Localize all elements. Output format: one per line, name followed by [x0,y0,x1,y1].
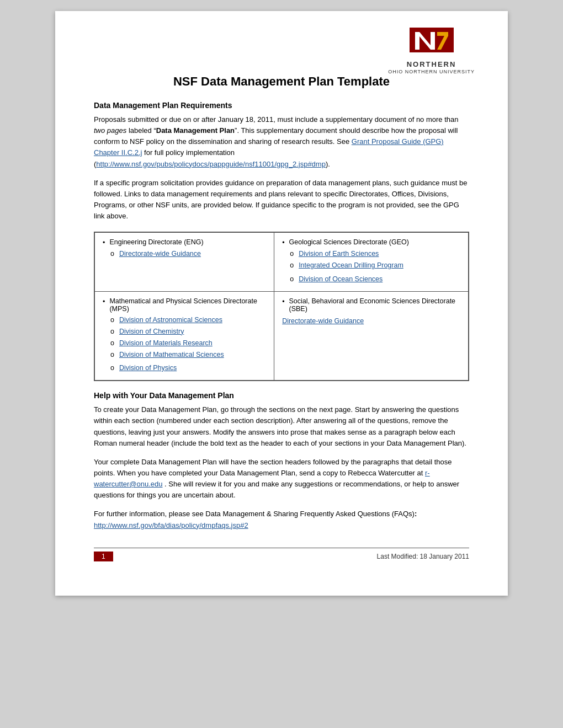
bold-dmp: Data Management Plan [156,126,235,135]
geo-subitem-1: Division of Earth Sciences [290,249,460,259]
last-modified: Last Modified: 18 January 2011 [377,553,469,560]
page-title: NSF Data Management Plan Template [94,74,469,89]
section1-heading: Data Management Plan Requirements [94,101,469,110]
mps-chem: Division of Chemistry [110,326,266,336]
physics-link[interactable]: Division of Physics [119,364,177,372]
logo-ohio-text: OHIO NORTHERN UNIVERSITY [388,69,475,74]
geo-subitem-2: Integrated Ocean Drilling Program [290,260,460,270]
geo-label: Geological Sciences Directorate (GEO) [289,238,409,246]
materials-research-link[interactable]: Division of Materials Research [119,339,213,347]
math-sciences-link[interactable]: Division of Mathematical Sciences [119,351,224,358]
section2-para3: For further information, please see Data… [94,508,469,531]
gpg-link[interactable]: Grant Proposal Guide (GPG) Chapter II.C.… [94,137,444,157]
faqs-colon: : [415,510,417,518]
bullet-geo: • [282,239,284,247]
page-number: 1 [94,552,113,561]
mps-math: Division of Mathematical Sciences [110,350,266,360]
bullet-sbe: • [282,298,284,306]
eng-guidance-link[interactable]: Directorate-wide Guidance [119,250,201,258]
mps-astro: Division of Astronomical Sciences [110,315,266,325]
chemistry-link[interactable]: Division of Chemistry [119,328,184,335]
mps-materials: Division of Materials Research [110,338,266,348]
sbe-label: Social, Behavioral and Economic Sciences… [289,297,460,313]
iodp-link[interactable]: Integrated Ocean Drilling Program [299,261,403,269]
section2-para2: Your complete Data Management Plan will … [94,457,469,501]
section2-para1: To create your Data Management Plan, go … [94,404,469,449]
astro-sciences-link[interactable]: Division of Astronomical Sciences [119,316,222,324]
sbe-guidance-link[interactable]: Directorate-wide Guidance [282,317,364,325]
faqs-link[interactable]: http://www.nsf.gov/bfa/dias/policy/dmpfa… [94,521,248,529]
email-link[interactable]: r-watercutter@onu.edu [94,469,430,488]
footer: 1 Last Modified: 18 January 2011 [94,548,469,561]
page-container: NORTHERN OHIO NORTHERN UNIVERSITY NSF Da… [55,11,508,596]
directorates-table: • Engineering Directorate (ENG) Director… [94,232,469,381]
bullet-mps: • [103,298,105,306]
nsf-policy-link[interactable]: http://www.nsf.gov/pubs/policydocs/pappg… [96,160,326,168]
cell-sbe: • Social, Behavioral and Economic Scienc… [274,291,469,381]
cell-geo: • Geological Sciences Directorate (GEO) … [274,233,469,291]
earth-sciences-link[interactable]: Division of Earth Sciences [299,250,379,258]
mps-label: Mathematical and Physical Sciences Direc… [109,297,266,313]
cell-eng: • Engineering Directorate (ENG) Director… [95,233,274,291]
italic-two-pages: two pages [94,126,126,135]
section1-para1: Proposals submitted or due on or after J… [94,114,469,170]
eng-subitem-1: Directorate-wide Guidance [110,249,266,259]
geo-subitem-3: Division of Ocean Sciences [290,274,460,284]
section1-para2: If a specific program solicitation provi… [94,178,469,222]
university-logo [410,28,454,58]
logo-area: NORTHERN OHIO NORTHERN UNIVERSITY [388,28,475,74]
bullet-eng: • [103,239,105,247]
mps-physics: Division of Physics [110,363,266,373]
ocean-sciences-link[interactable]: Division of Ocean Sciences [299,275,383,283]
logo-northern-text: NORTHERN [388,60,475,68]
eng-label: Engineering Directorate (ENG) [109,238,203,246]
section2-heading: Help with Your Data Management Plan [94,391,469,400]
cell-mps: • Mathematical and Physical Sciences Dir… [95,291,274,381]
